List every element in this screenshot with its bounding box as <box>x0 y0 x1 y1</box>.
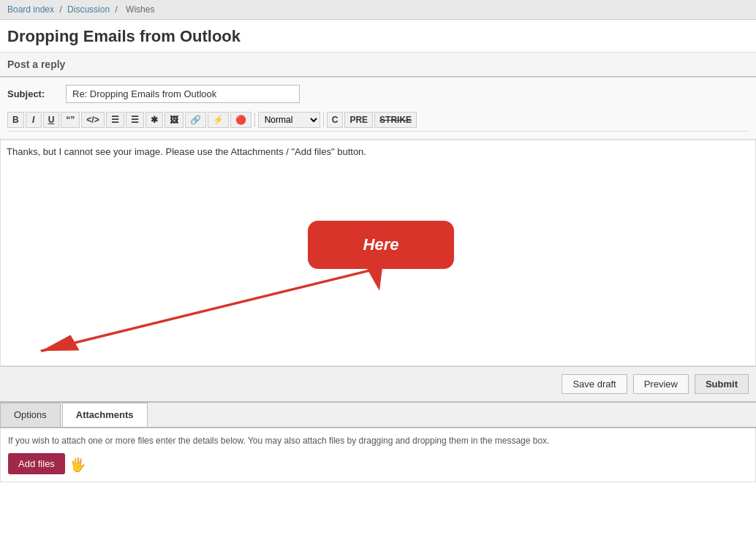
toolbar-separator <box>254 113 255 127</box>
link-button[interactable]: 🔗 <box>185 112 206 128</box>
preview-button[interactable]: Preview <box>633 374 689 394</box>
underline-button[interactable]: U <box>43 112 60 128</box>
breadcrumb-board-index[interactable]: Board index <box>7 4 54 15</box>
breadcrumb-discussion[interactable]: Discussion <box>67 4 110 15</box>
strike-button[interactable]: STRIKE <box>374 112 417 128</box>
tab-attachments[interactable]: Attachments <box>62 403 148 427</box>
subject-row: Subject: <box>7 85 749 103</box>
subject-input[interactable] <box>66 85 300 103</box>
pre-button[interactable]: PRE <box>344 112 373 128</box>
attach-info: If you wish to attach one or more files … <box>8 436 748 446</box>
action-bar: Save draft Preview Submit <box>0 366 756 403</box>
attachments-section: If you wish to attach one or more files … <box>0 428 756 482</box>
editor-area: Thanks, but I cannot see your image. Ple… <box>0 140 756 366</box>
breadcrumb: Board index / Discussion / Wishes <box>0 0 756 20</box>
editor-toolbar: B I U “” </> ☰ ☰ ✱ 🖼 🔗 ⚡ 🔴 Normal Headin… <box>7 109 749 132</box>
toolbar-separator2 <box>323 113 324 127</box>
tab-options[interactable]: Options <box>0 403 61 427</box>
annotation-label: Here <box>363 235 399 254</box>
bold-button[interactable]: B <box>7 112 24 128</box>
image-button[interactable]: 🖼 <box>165 112 184 128</box>
breadcrumb-sep2: / <box>115 4 120 15</box>
special-button[interactable]: ✱ <box>145 112 163 128</box>
tabs-bar: Options Attachments <box>0 403 756 428</box>
color-button[interactable]: 🔴 <box>230 112 252 128</box>
blockquote-button[interactable]: “” <box>61 112 80 128</box>
ol-button[interactable]: ☰ <box>126 112 144 128</box>
code-button[interactable]: </> <box>81 112 104 128</box>
format-select[interactable]: Normal Heading 1 Heading 2 Heading 3 <box>258 112 320 128</box>
breadcrumb-sep1: / <box>59 4 64 15</box>
submit-button[interactable]: Submit <box>695 374 749 394</box>
breadcrumb-wishes: Wishes <box>126 4 154 15</box>
form-area: Subject: B I U “” </> ☰ ☰ ✱ 🖼 🔗 ⚡ 🔴 Norm… <box>0 77 756 140</box>
save-draft-button[interactable]: Save draft <box>562 374 627 394</box>
lightning-button[interactable]: ⚡ <box>208 112 229 128</box>
subject-label: Subject: <box>7 88 66 99</box>
annotation-bubble: Here <box>308 221 454 269</box>
c-button[interactable]: C <box>327 112 344 128</box>
page-title: Dropping Emails from Outlook <box>0 20 756 53</box>
cursor-icon: 🖐 <box>69 457 86 472</box>
add-files-button[interactable]: Add files <box>8 453 65 474</box>
ul-button[interactable]: ☰ <box>106 112 124 128</box>
post-reply-header: Post a reply <box>0 53 756 77</box>
italic-button[interactable]: I <box>26 112 42 128</box>
